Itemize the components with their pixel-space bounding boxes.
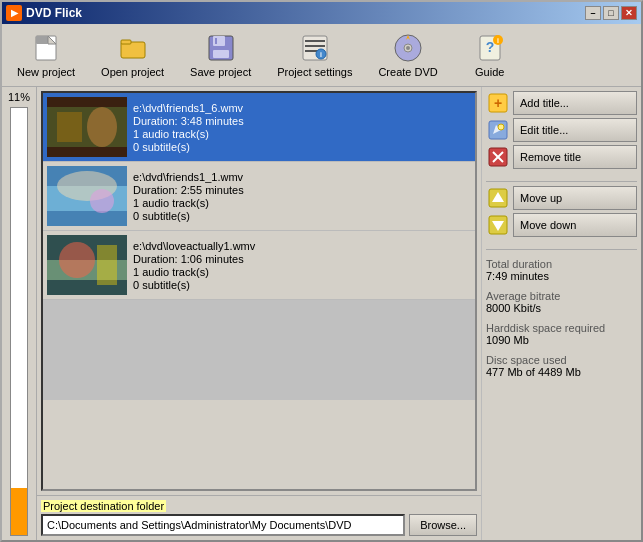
title-info-1: e:\dvd\friends1_6.wmv Duration: 3:48 min… [133,97,244,157]
title-subtitles-3: 0 subtitle(s) [133,279,255,291]
svg-text:+: + [494,95,502,111]
title-duration-3: Duration: 1:06 minutes [133,253,255,265]
save-project-icon [205,32,237,64]
harddisk-value: 1090 Mb [486,334,637,346]
titles-list[interactable]: e:\dvd\friends1_6.wmv Duration: 3:48 min… [41,91,477,491]
destination-input[interactable] [41,514,405,536]
progress-bar [10,107,28,536]
title-info-3: e:\dvd\loveactually1.wmv Duration: 1:06 … [133,235,255,295]
svg-point-25 [87,107,117,147]
title-path-3: e:\dvd\loveactually1.wmv [133,240,255,252]
create-dvd-button[interactable]: Create DVD [369,28,446,82]
svg-point-32 [59,242,95,278]
title-duration-2: Duration: 2:55 minutes [133,184,244,196]
center-panel: e:\dvd\friends1_6.wmv Duration: 3:48 min… [37,87,481,540]
maximize-button[interactable]: □ [603,6,619,20]
title-item-2[interactable]: e:\dvd\friends1_1.wmv Duration: 2:55 min… [43,162,475,231]
title-path-1: e:\dvd\friends1_6.wmv [133,102,244,114]
title-item-3[interactable]: e:\dvd\loveactually1.wmv Duration: 1:06 … [43,231,475,300]
remove-title-button[interactable]: Remove title [513,145,637,169]
guide-icon: ? i [474,32,506,64]
total-duration-value: 7:49 minutes [486,270,637,282]
svg-point-29 [90,189,114,213]
project-settings-button[interactable]: i Project settings [268,28,361,82]
progress-bar-fill [11,488,27,535]
save-project-button[interactable]: Save project [181,28,260,82]
open-project-button[interactable]: Open project [92,28,173,82]
svg-rect-11 [305,45,325,47]
title-audio-1: 1 audio track(s) [133,128,244,140]
project-settings-icon: i [299,32,331,64]
empty-list-area [43,300,475,400]
svg-text:i: i [320,51,322,58]
destination-folder-label: Project destination folder [41,500,166,512]
remove-title-row: Remove title [486,145,637,169]
edit-title-row: Edit title... [486,118,637,142]
harddisk-label: Harddisk space required [486,322,637,334]
title-bar: ▶ DVD Flick – □ ✕ [2,2,641,24]
move-buttons: Move up Move down [486,186,637,237]
title-thumbnail-2 [47,166,127,226]
add-title-button[interactable]: Add title... [513,91,637,115]
percentage-label: 11% [8,91,30,103]
move-down-icon [486,213,510,237]
save-project-label: Save project [190,66,251,78]
divider-1 [486,181,637,182]
title-duration-1: Duration: 3:48 minutes [133,115,244,127]
destination-folder-section: Project destination folder Browse... [37,495,481,540]
avg-bitrate-value: 8000 Kbit/s [486,302,637,314]
add-title-icon: + [486,91,510,115]
browse-button[interactable]: Browse... [409,514,477,536]
svg-text:?: ? [485,39,494,55]
move-up-icon [486,186,510,210]
svg-rect-4 [121,40,131,44]
main-window: ▶ DVD Flick – □ ✕ New project [0,0,643,542]
total-duration-label: Total duration [486,258,637,270]
open-project-icon [117,32,149,64]
move-up-button[interactable]: Move up [513,186,637,210]
thumb-image-1 [47,97,127,157]
create-dvd-label: Create DVD [378,66,437,78]
title-audio-3: 1 audio track(s) [133,266,255,278]
move-down-button[interactable]: Move down [513,213,637,237]
toolbar: New project Open project Save project [2,24,641,87]
new-project-icon [30,32,62,64]
disc-space-stat: Disc space used 477 Mb of 4489 Mb [486,354,637,378]
stats-section: Total duration 7:49 minutes Average bitr… [486,254,637,536]
project-settings-label: Project settings [277,66,352,78]
move-up-row: Move up [486,186,637,210]
minimize-button[interactable]: – [585,6,601,20]
right-panel: + Add title... Edit title... [481,87,641,540]
action-buttons: + Add title... Edit title... [486,91,637,169]
title-thumbnail-1 [47,97,127,157]
new-project-label: New project [17,66,75,78]
svg-rect-1 [36,36,48,44]
thumb-image-2 [47,166,127,226]
open-project-label: Open project [101,66,164,78]
edit-title-button[interactable]: Edit title... [513,118,637,142]
avg-bitrate-label: Average bitrate [486,290,637,302]
guide-button[interactable]: ? i Guide [455,28,525,82]
close-button[interactable]: ✕ [621,6,637,20]
thumb-image-3 [47,235,127,295]
move-down-row: Move down [486,213,637,237]
avg-bitrate-stat: Average bitrate 8000 Kbit/s [486,290,637,314]
destination-row: Browse... [41,514,477,536]
svg-rect-8 [215,38,217,44]
title-item-1[interactable]: e:\dvd\friends1_6.wmv Duration: 3:48 min… [43,93,475,162]
total-duration-stat: Total duration 7:49 minutes [486,258,637,282]
title-bar-left: ▶ DVD Flick [6,5,82,21]
title-subtitles-1: 0 subtitle(s) [133,141,244,153]
title-subtitles-2: 0 subtitle(s) [133,210,244,222]
new-project-button[interactable]: New project [8,28,84,82]
disc-space-value: 477 Mb of 4489 Mb [486,366,637,378]
svg-text:i: i [497,37,499,44]
svg-rect-24 [57,112,82,142]
add-title-row: + Add title... [486,91,637,115]
svg-rect-7 [213,50,229,58]
title-thumbnail-3 [47,235,127,295]
title-path-2: e:\dvd\friends1_1.wmv [133,171,244,183]
app-icon: ▶ [6,5,22,21]
guide-label: Guide [475,66,504,78]
remove-title-icon [486,145,510,169]
